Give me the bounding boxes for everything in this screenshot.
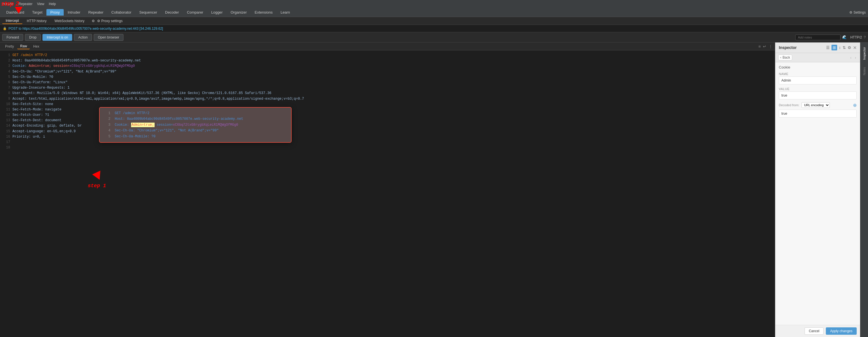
view-tab-hex[interactable]: Hex — [30, 44, 42, 49]
proxy-settings-button[interactable]: ⚙ ⚙ Proxy settings — [89, 18, 125, 24]
popup-overlay: 1 GET /admin HTTP/2 2 Host: 0aa4009b04ab… — [99, 107, 291, 143]
indent-icon[interactable]: ↵ — [763, 44, 766, 49]
settings-icon[interactable]: ⚙ — [848, 45, 851, 50]
tab-organizer[interactable]: Organizer — [226, 9, 251, 16]
lock-icon: 🔒 — [3, 27, 7, 30]
apply-changes-button[interactable]: Apply changes — [826, 327, 857, 335]
request-panel: Pretty Raw Hex ≡ ↵ ⋮ 1GET /admin HTTP/2 … — [0, 42, 775, 337]
code-area[interactable]: 1GET /admin HTTP/2 2Host: 0aa4009b04abc9… — [0, 51, 775, 337]
http-version-badge: HTTP/2 — [850, 35, 862, 39]
tab-decoder[interactable]: Decoder — [161, 9, 183, 16]
request-line-3: 3Cookie: Admin=true; session=xC6bq72txG8… — [3, 63, 771, 69]
action-button[interactable]: Action — [74, 34, 92, 41]
inspector-section-label: Cookie — [779, 65, 857, 69]
view-tabs: Pretty Raw Hex ≡ ↵ ⋮ — [0, 42, 775, 51]
inspector-footer: Cancel Apply changes — [775, 325, 860, 337]
value-field-label: Value — [779, 87, 857, 91]
tab-repeater[interactable]: Repeater — [84, 9, 107, 16]
popup-line-2: 2 Host: 0aa4009b04abc90d84549fcc0057007e… — [104, 116, 287, 122]
popup-line-5: 5 Sec-Ch-Ua-Mobile: ?0 — [104, 134, 287, 139]
grid-icon[interactable]: ⊞ — [832, 45, 837, 51]
subtab-websockets-history[interactable]: WebSockets history — [51, 18, 88, 24]
proxy-settings-icon: ⚙ — [92, 19, 95, 23]
step1-annotation: step 1 — [88, 172, 106, 190]
subtab-http-history[interactable]: HTTP history — [24, 18, 50, 24]
request-line-18: 18 — [3, 145, 771, 150]
tab-intruder[interactable]: Intruder — [64, 9, 84, 16]
open-browser-button[interactable]: Open browser — [94, 34, 123, 41]
wave-icon: 🌊 — [842, 35, 847, 39]
filter-icon[interactable]: ⇅ — [842, 45, 846, 50]
inspector-nav: ‹ Back ‹ › — [775, 53, 860, 62]
value-field-value: true — [779, 91, 857, 99]
sort-icon[interactable]: ↕ — [839, 45, 841, 50]
inspector-panel: Inspector ☰ ⊞ ↕ ⇅ ⚙ ✕ ‹ Back ‹ › — [775, 42, 860, 337]
menu-bar: Intruder Repeater View Help — [0, 0, 868, 8]
request-line-7: 7Upgrade-Insecure-Requests: 1 — [3, 85, 771, 91]
prev-arrow-icon[interactable]: ‹ — [849, 55, 852, 60]
url-text: POST to https://0aa4009b04abc90d84549fcc… — [8, 27, 163, 31]
request-line-1: 1GET /admin HTTP/2 — [3, 53, 771, 58]
side-icons-panel: Inspector Notes — [860, 42, 868, 337]
decoded-add-button[interactable]: ⊕ — [853, 102, 857, 108]
tab-extensions[interactable]: Extensions — [251, 9, 277, 16]
view-tab-pretty[interactable]: Pretty — [2, 44, 17, 49]
subtab-intercept[interactable]: Intercept — [2, 18, 22, 24]
popup-line-1: 1 GET /admin HTTP/2 — [104, 111, 287, 116]
sub-tabs: Intercept HTTP history WebSockets histor… — [0, 17, 868, 25]
tab-comparer[interactable]: Comparer — [183, 9, 207, 16]
step2-arrow — [15, 7, 23, 13]
notes-side-icon[interactable]: Notes — [862, 65, 867, 78]
settings-button[interactable]: ⚙ Settings — [849, 10, 866, 14]
request-line-9: 9Accept: text/html,application/xhtml+xml… — [3, 96, 771, 102]
next-arrow-icon[interactable]: › — [854, 55, 857, 60]
menu-repeater[interactable]: Repeater — [19, 2, 32, 6]
main-layout: Pretty Raw Hex ≡ ↵ ⋮ 1GET /admin HTTP/2 … — [0, 42, 868, 337]
tab-learn[interactable]: Learn — [277, 9, 294, 16]
request-line-10: 10Sec-Fetch-Site: none — [3, 102, 771, 107]
inspector-title: Inspector — [779, 45, 825, 50]
back-button[interactable]: ‹ Back — [778, 55, 792, 60]
tab-sequencer[interactable]: Sequencer — [135, 9, 161, 16]
list-icon[interactable]: ☰ — [826, 45, 830, 50]
tab-target[interactable]: Target — [28, 9, 46, 16]
inspector-content: Cookie Name Admin Value true Decoded fro… — [775, 62, 860, 325]
decoded-value-display: true — [779, 110, 857, 118]
request-line-6: 6Sec-Ch-Ua-Platform: "Linux" — [3, 80, 771, 85]
popup-line-4: 4 Sec-Ch-Ua: "Chromium";v="121", "Not A(… — [104, 128, 287, 133]
request-line-2: 2Host: 0aa4009b04abc90d84549fcc0057007e.… — [3, 58, 771, 63]
decoded-from-label: Decoded from: — [779, 103, 799, 107]
decoded-encoding-select[interactable]: URL encodingBase64HTML entities — [802, 102, 830, 108]
toolbar: Forward Drop Intercept is on Action Open… — [0, 32, 868, 42]
tab-collaborator[interactable]: Collaborator — [107, 9, 135, 16]
help-icon[interactable]: ? — [864, 35, 866, 39]
notes-input[interactable] — [795, 35, 841, 40]
menu-view[interactable]: View — [37, 2, 44, 6]
back-label: Back — [782, 56, 790, 59]
drop-button[interactable]: Drop — [25, 34, 41, 41]
request-line-8: 8User-Agent: Mozilla/5.0 (Windows NT 10.… — [3, 91, 771, 96]
step2-label: step 2 — [1, 0, 19, 7]
inspector-header: Inspector ☰ ⊞ ↕ ⇅ ⚙ ✕ — [775, 42, 860, 53]
nav-tabs: Dashboard Target Proxy Intruder Repeater… — [0, 8, 868, 17]
intercept-on-button[interactable]: Intercept is on — [42, 34, 72, 41]
name-field-label: Name — [779, 72, 857, 75]
word-wrap-icon[interactable]: ≡ — [758, 44, 761, 49]
url-bar: 🔒 POST to https://0aa4009b04abc90d84549f… — [0, 25, 868, 32]
name-field-value: Admin — [779, 76, 857, 84]
request-line-4: 4Sec-Ch-Ua: "Chromium";v="121", "Not A(B… — [3, 69, 771, 74]
inspector-side-icon[interactable]: Inspector — [862, 45, 867, 62]
cancel-button[interactable]: Cancel — [805, 327, 824, 335]
tab-logger[interactable]: Logger — [207, 9, 226, 16]
back-chevron-icon: ‹ — [780, 56, 781, 59]
menu-help[interactable]: Help — [49, 2, 56, 6]
forward-button[interactable]: Forward — [2, 34, 23, 41]
inspector-close-button[interactable]: ✕ — [853, 45, 857, 51]
tab-proxy[interactable]: Proxy — [46, 9, 64, 16]
decoded-row: Decoded from: URL encodingBase64HTML ent… — [779, 102, 857, 108]
view-tab-raw[interactable]: Raw — [17, 43, 30, 49]
popup-line-3: 3 Cookie: Admin=true; session=xC6bq72txG… — [104, 122, 287, 128]
more-options-icon[interactable]: ⋮ — [769, 44, 773, 49]
request-line-5: 5Sec-Ch-Ua-Mobile: ?0 — [3, 74, 771, 80]
